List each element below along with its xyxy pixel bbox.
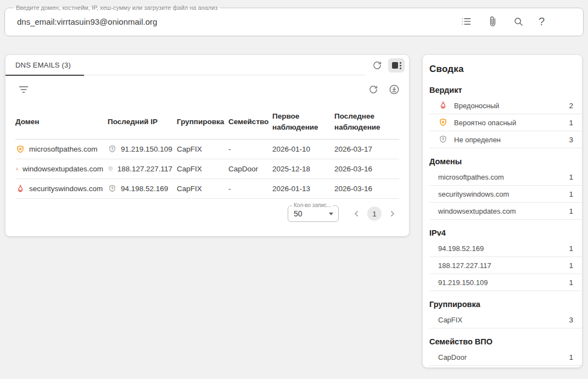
shield-x-icon [438,118,448,127]
family-cell: - [228,140,272,159]
last-seen-cell: 2026-03-16 [334,179,399,199]
results-card: DNS EMAILS (3) [5,55,409,236]
section-group: Группировка CapFIX 3 [423,291,582,328]
count-badge: 1 [569,190,573,198]
ipv4-item[interactable]: 188.127.227.117 1 [429,257,582,274]
summary-card: Сводка Вердикт Вредоносный 2 Вероятно оп… [423,55,582,367]
section-family: Семейство ВПО CapDoor 1 [423,328,582,366]
refresh-icon[interactable] [369,58,385,73]
download-icon[interactable] [387,82,401,97]
verdict-item[interactable]: Вероятно опасный 1 [429,114,582,131]
shield-question-icon [108,164,114,174]
search-bar: Введите домен, хостнейм, IP, хеш-сумму и… [4,4,584,36]
filter-icon[interactable] [16,82,31,97]
tab-label: DNS EMAILS (3) [15,61,71,69]
col-first-seen: Первое наблюдение [272,104,334,140]
table-row[interactable]: microsoftpathes.com 91.219.150.109 CapFI… [15,140,399,159]
col-family: Семейство [228,104,272,140]
refresh-table-icon[interactable] [366,82,380,97]
domain-item[interactable]: microsoftpathes.com 1 [429,169,582,186]
domain-cell: microsoftpathes.com [29,145,98,153]
count-badge: 1 [569,244,573,253]
domain-cell: securityswindows.com [29,185,103,193]
section-domains: Домены microsoftpathes.com 1 securityswi… [423,148,582,220]
col-group: Группировка [177,104,228,140]
family-cell: CapDoor [228,159,272,179]
table-row[interactable]: securityswindows.com 94.198.52.169 CapFI… [15,179,399,199]
chevron-right-icon[interactable] [386,207,399,220]
dropdown-caret-icon [329,213,333,215]
flame-icon [15,164,19,174]
ip-cell: 91.219.150.109 [121,145,172,153]
col-last-ip: Последний IP [108,104,177,140]
shield-x-icon [15,144,25,154]
verdict-item[interactable]: Вредоносный 2 [429,97,582,114]
col-last-seen: Последнее наблюдение [334,104,399,140]
shield-question-icon [438,135,448,144]
flame-icon [438,101,448,110]
count-badge: 1 [569,119,573,127]
help-icon[interactable]: ? [539,16,545,27]
count-badge: 1 [569,278,573,287]
flame-icon [15,184,25,194]
pagination: Кол-во запис... 50 1 [5,199,409,236]
family-cell: - [228,179,272,199]
group-cell: CapFIX [177,159,228,179]
first-seen-cell: 2026-01-10 [272,140,334,159]
page-number[interactable]: 1 [367,207,382,221]
table-header-row: Домен Последний IP Группировка Семейство… [15,104,399,140]
last-seen-cell: 2026-03-17 [334,140,399,159]
list-icon[interactable] [460,15,472,27]
page-size-label: Кол-во запис... [292,202,333,208]
chevron-left-icon[interactable] [350,207,363,220]
page-size-select[interactable]: Кол-во запис... 50 [288,205,339,222]
count-badge: 1 [569,207,573,215]
first-seen-cell: 2025-12-18 [272,159,334,179]
last-seen-cell: 2026-03-16 [334,159,399,179]
tabbar-divider [84,55,365,75]
search-label: Введите домен, хостнейм, IP, хеш-сумму и… [14,4,220,12]
table-toolbar [5,76,409,97]
ipv4-item[interactable]: 94.198.52.169 1 [429,240,582,257]
verdict-item[interactable]: Не определен 3 [429,131,582,148]
domain-item[interactable]: securityswindows.com 1 [429,186,582,203]
group-cell: CapFIX [177,179,228,199]
count-badge: 3 [569,316,573,324]
search-icon[interactable] [513,16,524,27]
tab-dns-emails[interactable]: DNS EMAILS (3) [5,55,84,76]
domain-cell: windowsextupdates.com [23,165,103,173]
count-badge: 1 [569,173,573,181]
shield-question-icon [108,144,117,154]
group-cell: CapFIX [177,140,228,159]
dns-emails-table: Домен Последний IP Группировка Семейство… [15,104,399,199]
summary-title: Сводка [423,63,582,77]
group-item[interactable]: CapFIX 3 [429,311,582,328]
tab-bar: DNS EMAILS (3) [5,55,409,76]
section-ipv4: IPv4 94.198.52.169 1 188.127.227.117 1 9… [423,220,582,291]
attachment-icon[interactable] [486,15,499,27]
table-row[interactable]: windowsextupdates.com 188.127.227.117 Ca… [15,159,399,179]
threat-portal-page: Введите домен, хостнейм, IP, хеш-сумму и… [0,0,588,372]
view-toggle-icon[interactable] [388,58,405,73]
count-badge: 1 [569,353,573,361]
count-badge: 1 [569,261,573,270]
shield-question-icon [108,184,117,193]
search-input[interactable] [13,16,460,27]
ipv4-item[interactable]: 91.219.150.109 1 [429,274,582,291]
ip-cell: 94.198.52.169 [121,185,168,193]
family-item[interactable]: CapDoor 1 [429,349,582,366]
first-seen-cell: 2026-01-13 [272,179,334,199]
count-badge: 2 [569,102,573,110]
section-verdict: Вердикт Вредоносный 2 Вероятно опасный 1… [423,77,582,148]
domain-item[interactable]: windowsextupdates.com 1 [429,203,582,220]
ip-cell: 188.127.227.117 [117,165,172,173]
count-badge: 3 [569,136,573,144]
col-domain: Домен [15,104,108,140]
